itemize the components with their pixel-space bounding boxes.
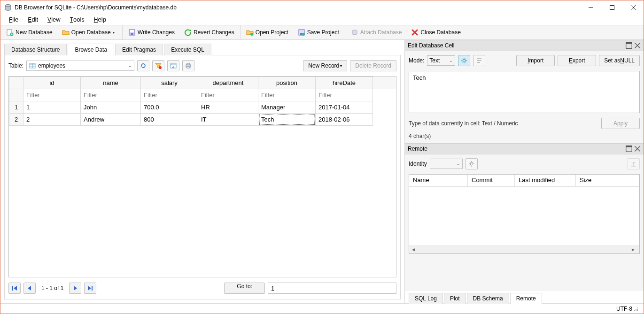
dock-undock-icon[interactable] (626, 146, 632, 152)
cell[interactable]: 800 (141, 114, 198, 126)
svg-point-30 (463, 59, 466, 62)
row-number[interactable]: 2 (9, 114, 23, 126)
open-project-button[interactable]: Open Project (243, 28, 291, 37)
tab-execute-sql[interactable]: Execute SQL (164, 44, 211, 55)
filter-name[interactable] (81, 90, 140, 101)
filter-department[interactable] (198, 90, 258, 101)
new-database-button[interactable]: New Database (3, 28, 55, 37)
cell[interactable]: HR (198, 101, 258, 114)
table-toolbar: Table: employees ⌄ New Record▾ Delete Re… (8, 59, 396, 72)
refresh-button[interactable] (137, 60, 149, 71)
scroll-left-icon[interactable]: ◄ (411, 247, 418, 252)
col-name[interactable]: name (81, 77, 141, 89)
push-button[interactable] (628, 158, 640, 169)
main-body: Database Structure Browse Data Edit Prag… (0, 40, 644, 303)
col-id[interactable]: id (23, 77, 81, 89)
auto-format-button[interactable] (458, 55, 470, 66)
menu-view[interactable]: View (44, 15, 64, 24)
col-salary[interactable]: salary (141, 77, 198, 89)
cell[interactable]: 1 (23, 101, 81, 114)
cell[interactable]: 2017-01-04 (316, 101, 373, 114)
open-database-dropdown-icon[interactable]: ▾ (113, 31, 116, 35)
prev-record-button[interactable] (23, 283, 36, 294)
revert-changes-button[interactable]: Revert Changes (181, 28, 237, 37)
save-table-button[interactable] (167, 60, 179, 71)
menu-help[interactable]: Help (90, 15, 110, 24)
close-panel-icon[interactable] (634, 146, 641, 152)
import-button[interactable]: Import (516, 55, 555, 66)
clear-filters-button[interactable] (152, 60, 164, 71)
grid-empty-area[interactable] (9, 126, 396, 277)
close-database-button[interactable]: Close Database (408, 28, 463, 37)
goto-input[interactable] (268, 283, 396, 294)
export-button[interactable]: Export (558, 55, 596, 66)
remote-col-lastmod[interactable]: Last modified (515, 175, 576, 187)
filter-hiredate[interactable] (316, 90, 372, 101)
svg-point-42 (636, 310, 636, 311)
open-database-button[interactable]: Open Database ▾ (59, 28, 119, 37)
apply-button[interactable]: Apply (601, 118, 640, 129)
cell[interactable]: IT (198, 114, 258, 126)
svg-point-39 (636, 309, 636, 310)
remote-col-size[interactable]: Size (576, 175, 639, 187)
cell[interactable]: 2 (23, 114, 81, 126)
table-label: Table: (8, 62, 23, 69)
menu-edit[interactable]: Edit (24, 15, 42, 24)
print-button[interactable] (182, 60, 194, 71)
col-department[interactable]: department (198, 77, 258, 89)
new-record-button[interactable]: New Record▾ (303, 60, 347, 71)
app-window: DB Browser for SQLite - C:\Users\hp\Docu… (0, 0, 644, 314)
tab-database-structure[interactable]: Database Structure (4, 44, 67, 55)
set-null-button[interactable]: Set as NULL (599, 55, 640, 66)
filter-position[interactable] (258, 90, 315, 101)
cell[interactable]: Andrew (81, 114, 141, 126)
save-project-label: Save Project (307, 29, 339, 36)
identity-settings-button[interactable] (466, 158, 478, 169)
resize-grip-icon[interactable] (632, 306, 639, 312)
table-select[interactable]: employees ⌄ (26, 61, 134, 71)
cell[interactable]: 700.0 (141, 101, 198, 114)
goto-button[interactable]: Go to: (224, 283, 265, 294)
remote-col-commit[interactable]: Commit (468, 175, 515, 187)
tab-db-schema[interactable]: DB Schema (467, 293, 509, 304)
tab-edit-pragmas[interactable]: Edit Pragmas (115, 44, 163, 55)
col-hiredate[interactable]: hireDate (316, 77, 373, 89)
scroll-right-icon[interactable]: ► (631, 247, 637, 252)
text-format-button[interactable] (473, 55, 485, 66)
tab-browse-data[interactable]: Browse Data (68, 44, 114, 55)
close-panel-icon[interactable] (634, 42, 641, 49)
col-position[interactable]: position (258, 77, 316, 89)
delete-record-button[interactable]: Delete Record (350, 60, 396, 71)
cell-selected[interactable]: Tech (258, 114, 316, 126)
save-project-button[interactable]: Save Project (295, 28, 342, 37)
row-number[interactable]: 1 (9, 101, 23, 114)
last-record-button[interactable] (84, 283, 96, 294)
cell[interactable]: 2018-02-06 (316, 114, 373, 126)
cell-value-editor[interactable]: Tech (409, 71, 640, 113)
close-button[interactable] (622, 0, 644, 15)
dock-undock-icon[interactable] (626, 42, 632, 49)
text-icon (475, 57, 483, 64)
mode-select[interactable]: Text ⌄ (427, 55, 455, 66)
write-changes-button[interactable]: Write Changes (125, 28, 178, 37)
tab-remote[interactable]: Remote (510, 293, 542, 304)
new-database-icon (6, 29, 14, 36)
remote-col-name[interactable]: Name (409, 175, 468, 187)
cell[interactable]: John (81, 101, 141, 114)
menu-tools[interactable]: Tools (66, 15, 88, 24)
tab-sql-log[interactable]: SQL Log (409, 293, 443, 304)
tab-plot[interactable]: Plot (444, 293, 466, 304)
minimize-button[interactable] (580, 0, 601, 15)
filter-id[interactable] (23, 90, 80, 101)
menu-file[interactable]: File (5, 15, 22, 24)
maximize-button[interactable] (601, 0, 622, 15)
next-record-button[interactable] (69, 283, 81, 294)
first-record-button[interactable] (8, 283, 21, 294)
cell[interactable]: Manager (258, 101, 316, 114)
open-database-label: Open Database (71, 29, 111, 36)
attach-database-button[interactable]: Attach Database (348, 28, 405, 37)
remote-hscrollbar[interactable]: ◄ ► (409, 245, 639, 253)
filter-salary[interactable] (141, 90, 198, 101)
svg-point-41 (634, 310, 635, 311)
identity-select[interactable]: ⌄ (430, 159, 463, 169)
